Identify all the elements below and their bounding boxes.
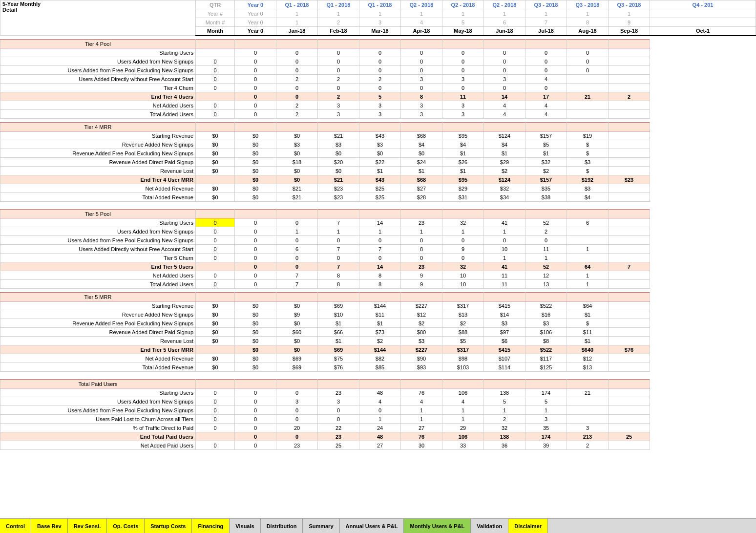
subtotal-data: $0 (276, 345, 318, 354)
tab-annual-users---p-l[interactable]: Annual Users & P&L (340, 519, 404, 533)
data-year0: 0 (196, 280, 235, 289)
spacer-cell (525, 376, 567, 380)
data-year0: $0 (196, 131, 235, 140)
data-cell (609, 184, 650, 193)
data-cell: $11 (359, 310, 401, 319)
data-cell: 1 (401, 227, 442, 236)
subtotal-data: 0 (276, 262, 318, 271)
data-cell: 0 (235, 245, 276, 254)
data-cell: 10 (442, 280, 484, 289)
data-cell: $1 (318, 337, 359, 345)
tab-summary[interactable]: Summary (303, 519, 339, 533)
data-cell: $82 (359, 354, 401, 363)
data-cell (567, 415, 609, 424)
section-header-data (318, 293, 359, 301)
section-header-data (567, 293, 609, 301)
data-cell: $0 (235, 158, 276, 167)
data-cell: 5 (525, 397, 567, 406)
data-cell: $35 (525, 184, 567, 193)
spacer-cell (484, 202, 525, 206)
data-cell: 0 (276, 388, 318, 397)
spacer-cell (442, 202, 484, 206)
data-cell: 11 (484, 271, 525, 280)
data-cell: $68 (401, 131, 442, 140)
spacer-cell (235, 376, 276, 380)
header-month-7: Jun-18 (484, 27, 525, 36)
header-qtr-8: Q3 - 2018 (525, 0, 567, 9)
data-cell (609, 48, 650, 57)
data-cell: 7 (276, 280, 318, 289)
data-cell: 0 (235, 110, 276, 119)
header-monthnum-1: Year 0 (235, 18, 276, 27)
section-header-data (359, 210, 401, 218)
data-cell: 0 (235, 101, 276, 110)
row-label: % of Traffic Direct to Paid (0, 424, 196, 432)
spacer-cell (401, 289, 442, 293)
section-header-data (567, 210, 609, 218)
data-cell: 0 (442, 236, 484, 245)
header-monthnum-9: 8 (567, 18, 609, 27)
data-cell: $12 (401, 310, 442, 319)
subtotal-data: $43 (359, 175, 401, 184)
header-qtr-1: Year 0 (235, 0, 276, 9)
data-cell: 3 (318, 397, 359, 406)
data-cell: 1 (318, 227, 359, 236)
data-cell: 0 (567, 48, 609, 57)
tab-startup-costs[interactable]: Startup Costs (145, 519, 192, 533)
tab-rev-sensi-[interactable]: Rev Sensi. (68, 519, 107, 533)
subtotal-data: 21 (567, 92, 609, 101)
data-cell (567, 227, 609, 236)
spacer-cell (401, 202, 442, 206)
tab-op--costs[interactable]: Op. Costs (107, 519, 145, 533)
data-cell: 0 (484, 57, 525, 66)
header-month-4: Mar-18 (359, 27, 401, 36)
tab-distribution[interactable]: Distribution (261, 519, 303, 533)
data-cell: $0 (235, 337, 276, 345)
data-cell: $3 (484, 319, 525, 328)
spacer-cell (0, 202, 196, 206)
data-cell: $0 (235, 140, 276, 149)
data-cell: $75 (318, 354, 359, 363)
subtotal-data: 32 (442, 262, 484, 271)
data-cell (609, 441, 650, 450)
data-cell: 35 (525, 424, 567, 432)
row-label: Revenue Added Free Pool Excluding New Si… (0, 319, 196, 328)
subtotal-data: $317 (442, 345, 484, 354)
row-label: Net Added Users (0, 271, 196, 280)
data-cell: 24 (359, 424, 401, 432)
spacer-cell (235, 119, 276, 123)
data-cell: 0 (359, 254, 401, 262)
subtotal-year0 (196, 432, 235, 441)
tab-visuals[interactable]: Visuals (230, 519, 260, 533)
section-header-data (525, 293, 567, 301)
subtotal-data: $157 (525, 175, 567, 184)
data-cell: $ (567, 140, 609, 149)
data-cell: 0 (235, 397, 276, 406)
tab-control[interactable]: Control (0, 519, 31, 533)
spreadsheet-container: 5-Year Monthly DetailQTRYear 0Q1 - 2018Q… (0, 0, 756, 513)
data-cell: $0 (276, 319, 318, 328)
data-cell: 0 (567, 57, 609, 66)
data-cell: 7 (359, 245, 401, 254)
data-cell: $9 (276, 310, 318, 319)
section-header-data (401, 210, 442, 218)
data-cell: 7 (318, 218, 359, 227)
header-year-0: Year # (196, 9, 235, 18)
data-year0: 0 (196, 110, 235, 119)
header-year-1: Year 0 (235, 9, 276, 18)
data-cell: 1 (525, 406, 567, 415)
data-cell: $0 (359, 149, 401, 158)
section-header-data (525, 210, 567, 218)
tab-disclaimer[interactable]: Disclaimer (508, 519, 548, 533)
data-cell: $14 (484, 310, 525, 319)
data-cell: $13 (442, 310, 484, 319)
section-header-data (567, 380, 609, 388)
subtotal-data: 23 (318, 432, 359, 441)
data-cell: $2 (359, 337, 401, 345)
tab-financing[interactable]: Financing (192, 519, 230, 533)
tab-base-rev[interactable]: Base Rev (31, 519, 68, 533)
subtotal-data: 17 (525, 92, 567, 101)
header-year-11 (650, 9, 756, 18)
tab-validation[interactable]: Validation (471, 519, 508, 533)
tab-monthly-users---p-l[interactable]: Monthly Users & P&L (404, 519, 471, 533)
